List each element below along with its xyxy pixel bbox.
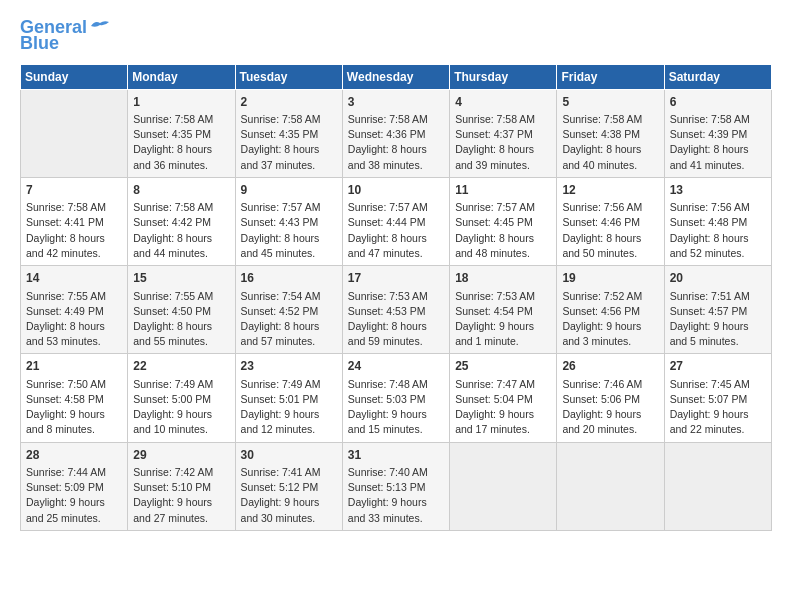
day-info-line: Sunrise: 7:52 AM: [562, 289, 658, 304]
day-info-line: Daylight: 9 hours: [455, 407, 551, 422]
calendar-cell: 2Sunrise: 7:58 AMSunset: 4:35 PMDaylight…: [235, 89, 342, 177]
day-number: 21: [26, 358, 122, 375]
day-info-line: Sunset: 4:37 PM: [455, 127, 551, 142]
day-info-line: Sunrise: 7:45 AM: [670, 377, 766, 392]
day-number: 26: [562, 358, 658, 375]
calendar-cell: [450, 442, 557, 530]
day-info-line: and 1 minute.: [455, 334, 551, 349]
day-number: 19: [562, 270, 658, 287]
day-number: 13: [670, 182, 766, 199]
day-number: 14: [26, 270, 122, 287]
calendar-cell: 1Sunrise: 7:58 AMSunset: 4:35 PMDaylight…: [128, 89, 235, 177]
day-info-line: Sunrise: 7:58 AM: [133, 200, 229, 215]
day-info-line: Sunset: 4:36 PM: [348, 127, 444, 142]
day-number: 10: [348, 182, 444, 199]
day-info-line: Sunrise: 7:53 AM: [455, 289, 551, 304]
day-info-line: and 52 minutes.: [670, 246, 766, 261]
day-info-line: Sunset: 5:10 PM: [133, 480, 229, 495]
day-info-line: Sunset: 4:43 PM: [241, 215, 337, 230]
calendar-cell: 9Sunrise: 7:57 AMSunset: 4:43 PMDaylight…: [235, 177, 342, 265]
day-info-line: Sunset: 4:58 PM: [26, 392, 122, 407]
calendar-week-row: 21Sunrise: 7:50 AMSunset: 4:58 PMDayligh…: [21, 354, 772, 442]
calendar-cell: 29Sunrise: 7:42 AMSunset: 5:10 PMDayligh…: [128, 442, 235, 530]
calendar-cell: [557, 442, 664, 530]
day-info-line: Sunset: 5:06 PM: [562, 392, 658, 407]
calendar-cell: 30Sunrise: 7:41 AMSunset: 5:12 PMDayligh…: [235, 442, 342, 530]
calendar-cell: 13Sunrise: 7:56 AMSunset: 4:48 PMDayligh…: [664, 177, 771, 265]
day-number: 11: [455, 182, 551, 199]
day-info-line: Daylight: 8 hours: [26, 231, 122, 246]
day-info-line: and 17 minutes.: [455, 422, 551, 437]
day-info-line: Daylight: 8 hours: [133, 231, 229, 246]
day-info-line: Daylight: 9 hours: [670, 407, 766, 422]
weekday-header-row: SundayMondayTuesdayWednesdayThursdayFrid…: [21, 64, 772, 89]
day-info-line: Sunrise: 7:57 AM: [241, 200, 337, 215]
weekday-friday: Friday: [557, 64, 664, 89]
day-info-line: and 8 minutes.: [26, 422, 122, 437]
day-info-line: Daylight: 8 hours: [348, 142, 444, 157]
day-info-line: and 12 minutes.: [241, 422, 337, 437]
day-info-line: Daylight: 9 hours: [348, 407, 444, 422]
day-info-line: Sunrise: 7:42 AM: [133, 465, 229, 480]
day-number: 23: [241, 358, 337, 375]
day-number: 30: [241, 447, 337, 464]
calendar-table: SundayMondayTuesdayWednesdayThursdayFrid…: [20, 64, 772, 531]
day-info-line: and 41 minutes.: [670, 158, 766, 173]
day-number: 17: [348, 270, 444, 287]
day-info-line: Sunrise: 7:49 AM: [133, 377, 229, 392]
day-info-line: Sunrise: 7:56 AM: [670, 200, 766, 215]
day-info-line: and 20 minutes.: [562, 422, 658, 437]
calendar-cell: 17Sunrise: 7:53 AMSunset: 4:53 PMDayligh…: [342, 266, 449, 354]
day-info-line: Sunrise: 7:49 AM: [241, 377, 337, 392]
day-info-line: Daylight: 8 hours: [133, 142, 229, 157]
day-info-line: and 15 minutes.: [348, 422, 444, 437]
day-info-line: Sunrise: 7:58 AM: [133, 112, 229, 127]
day-info-line: Sunrise: 7:58 AM: [241, 112, 337, 127]
day-number: 15: [133, 270, 229, 287]
day-info-line: Sunrise: 7:46 AM: [562, 377, 658, 392]
day-info-line: Sunset: 4:53 PM: [348, 304, 444, 319]
day-info-line: Sunset: 4:44 PM: [348, 215, 444, 230]
day-info-line: Sunset: 4:38 PM: [562, 127, 658, 142]
day-info-line: and 44 minutes.: [133, 246, 229, 261]
day-info-line: Sunset: 5:07 PM: [670, 392, 766, 407]
day-info-line: and 5 minutes.: [670, 334, 766, 349]
day-info-line: Sunrise: 7:57 AM: [348, 200, 444, 215]
day-info-line: and 57 minutes.: [241, 334, 337, 349]
day-info-line: Sunrise: 7:47 AM: [455, 377, 551, 392]
calendar-cell: 5Sunrise: 7:58 AMSunset: 4:38 PMDaylight…: [557, 89, 664, 177]
day-info-line: Daylight: 9 hours: [133, 495, 229, 510]
day-info-line: Sunrise: 7:40 AM: [348, 465, 444, 480]
day-info-line: and 50 minutes.: [562, 246, 658, 261]
day-number: 4: [455, 94, 551, 111]
day-info-line: and 25 minutes.: [26, 511, 122, 526]
day-info-line: Daylight: 8 hours: [562, 231, 658, 246]
day-info-line: Sunset: 4:57 PM: [670, 304, 766, 319]
day-info-line: Daylight: 9 hours: [26, 407, 122, 422]
calendar-week-row: 14Sunrise: 7:55 AMSunset: 4:49 PMDayligh…: [21, 266, 772, 354]
day-number: 9: [241, 182, 337, 199]
weekday-wednesday: Wednesday: [342, 64, 449, 89]
day-info-line: Daylight: 9 hours: [26, 495, 122, 510]
day-number: 25: [455, 358, 551, 375]
logo: General Blue: [20, 18, 111, 54]
day-info-line: Daylight: 9 hours: [670, 319, 766, 334]
day-info-line: and 27 minutes.: [133, 511, 229, 526]
day-number: 29: [133, 447, 229, 464]
day-number: 28: [26, 447, 122, 464]
day-info-line: and 22 minutes.: [670, 422, 766, 437]
day-number: 22: [133, 358, 229, 375]
calendar-cell: 20Sunrise: 7:51 AMSunset: 4:57 PMDayligh…: [664, 266, 771, 354]
day-info-line: Sunset: 5:03 PM: [348, 392, 444, 407]
day-info-line: and 53 minutes.: [26, 334, 122, 349]
day-info-line: and 3 minutes.: [562, 334, 658, 349]
calendar-cell: 25Sunrise: 7:47 AMSunset: 5:04 PMDayligh…: [450, 354, 557, 442]
day-info-line: and 40 minutes.: [562, 158, 658, 173]
day-info-line: Sunrise: 7:58 AM: [562, 112, 658, 127]
calendar-cell: 31Sunrise: 7:40 AMSunset: 5:13 PMDayligh…: [342, 442, 449, 530]
day-info-line: and 37 minutes.: [241, 158, 337, 173]
day-info-line: and 33 minutes.: [348, 511, 444, 526]
day-info-line: Daylight: 9 hours: [241, 495, 337, 510]
calendar-cell: 8Sunrise: 7:58 AMSunset: 4:42 PMDaylight…: [128, 177, 235, 265]
day-info-line: Daylight: 8 hours: [241, 142, 337, 157]
